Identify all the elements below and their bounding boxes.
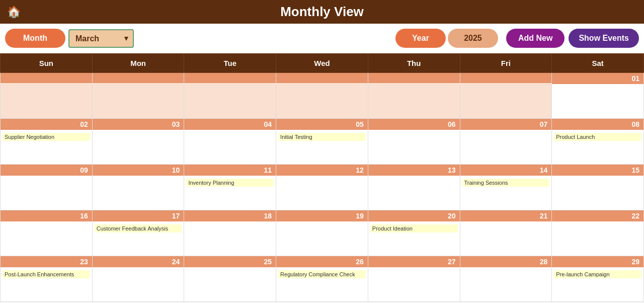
calendar-day-cell[interactable] [368, 73, 460, 119]
calendar-day-cell[interactable]: 18 [184, 210, 276, 256]
day-number: 10 [93, 165, 184, 176]
calendar-day-cell[interactable]: 28 [460, 256, 552, 302]
month-select[interactable]: JanuaryFebruaryMarchAprilMayJuneJulyAugu… [68, 29, 134, 48]
event-item[interactable]: Pre-launch Campaign [554, 270, 641, 278]
calendar-day-cell[interactable] [460, 73, 552, 119]
calendar-day-cell[interactable]: 02Supplier Negotiation [1, 119, 93, 165]
calendar-day-cell[interactable]: 04 [184, 119, 276, 165]
calendar-day-header: Sun [1, 54, 93, 73]
show-events-button[interactable]: Show Events [569, 29, 639, 48]
day-number: 29 [552, 256, 643, 267]
event-item[interactable]: Product Ideation [370, 224, 458, 233]
calendar-day-cell[interactable] [1, 73, 93, 119]
calendar-day-header: Fri [460, 54, 552, 73]
calendar-day-header: Tue [184, 54, 276, 73]
day-number: 28 [460, 256, 552, 267]
day-number: 12 [276, 165, 368, 176]
day-number: 05 [276, 119, 368, 130]
day-number: 17 [93, 210, 184, 221]
calendar-table: SunMonTueWedThuFriSat 0102Supplier Negot… [0, 53, 644, 302]
calendar-day-cell[interactable] [184, 73, 276, 119]
day-number: 16 [1, 210, 92, 221]
calendar-day-cell[interactable]: 20Product Ideation [368, 210, 460, 256]
calendar-day-cell[interactable]: 22 [552, 210, 644, 256]
calendar-day-cell[interactable]: 01 [552, 73, 644, 119]
calendar-day-cell[interactable]: 24 [92, 256, 184, 302]
day-number: 27 [368, 256, 460, 267]
event-item[interactable]: Customer Feedback Analysis [95, 224, 182, 233]
calendar-day-cell[interactable]: 14Training Sessions [460, 165, 552, 210]
event-item[interactable]: Post-Launch Enhancements [3, 270, 90, 278]
day-number: 02 [1, 119, 92, 130]
calendar-day-header: Mon [92, 54, 184, 73]
day-number: 21 [460, 210, 552, 221]
page-title: Monthly View [280, 4, 364, 20]
year-label: Year [395, 29, 446, 48]
calendar-day-cell[interactable]: 19 [276, 210, 368, 256]
day-number: 25 [184, 256, 276, 267]
day-number: 19 [276, 210, 368, 221]
day-number: 01 [552, 73, 643, 84]
event-item[interactable]: Supplier Negotiation [3, 133, 90, 141]
calendar-week-row: 02Supplier Negotiation030405Initial Test… [1, 119, 644, 165]
day-number: 23 [1, 256, 92, 267]
year-value: 2025 [448, 29, 498, 48]
day-number: 06 [368, 119, 460, 130]
calendar-week-row: 23Post-Launch Enhancements242526Regulato… [1, 256, 644, 302]
event-item[interactable]: Product Launch [554, 133, 641, 141]
calendar-week-row: 1617Customer Feedback Analysis181920Prod… [1, 210, 644, 256]
home-icon[interactable]: 🏠 [7, 6, 21, 19]
calendar-header-row: SunMonTueWedThuFriSat [1, 54, 644, 73]
month-button[interactable]: Month [5, 29, 65, 48]
calendar-day-cell[interactable]: 09 [1, 165, 93, 210]
event-item[interactable]: Inventory Planning [186, 179, 274, 187]
calendar-day-header: Thu [368, 54, 460, 73]
header: 🏠 Monthly View [0, 0, 644, 24]
calendar-week-row: 01 [1, 73, 644, 119]
day-number: 04 [184, 119, 276, 130]
day-number: 13 [368, 165, 460, 176]
app-container: 🏠 Monthly View Month JanuaryFebruaryMarc… [0, 0, 644, 302]
day-number: 20 [368, 210, 460, 221]
event-item[interactable]: Initial Testing [278, 133, 366, 141]
add-new-button[interactable]: Add New [506, 29, 565, 48]
day-number: 08 [552, 119, 643, 130]
calendar-day-cell[interactable]: 12 [276, 165, 368, 210]
toolbar: Month JanuaryFebruaryMarchAprilMayJuneJu… [0, 24, 644, 53]
calendar-day-cell[interactable] [92, 73, 184, 119]
day-number: 11 [184, 165, 276, 176]
calendar-day-cell[interactable]: 15 [552, 165, 644, 210]
event-item[interactable]: Training Sessions [462, 179, 550, 187]
calendar-day-cell[interactable]: 23Post-Launch Enhancements [1, 256, 93, 302]
day-number: 14 [460, 165, 552, 176]
calendar-day-cell[interactable]: 16 [1, 210, 93, 256]
day-number: 03 [93, 119, 184, 130]
day-number: 15 [552, 165, 643, 176]
calendar-day-cell[interactable]: 10 [92, 165, 184, 210]
calendar-day-cell[interactable]: 26Regulatory Compliance Check [276, 256, 368, 302]
calendar-day-cell[interactable]: 11Inventory Planning [184, 165, 276, 210]
calendar-day-cell[interactable]: 06 [368, 119, 460, 165]
day-number: 07 [460, 119, 552, 130]
calendar-day-header: Wed [276, 54, 368, 73]
day-number: 26 [276, 256, 368, 267]
calendar-day-cell[interactable]: 27 [368, 256, 460, 302]
day-number: 24 [93, 256, 184, 267]
calendar-day-cell[interactable]: 03 [92, 119, 184, 165]
event-item[interactable]: Regulatory Compliance Check [278, 270, 366, 278]
calendar-day-cell[interactable] [276, 73, 368, 119]
calendar-day-cell[interactable]: 05Initial Testing [276, 119, 368, 165]
calendar-week-row: 091011Inventory Planning121314Training S… [1, 165, 644, 210]
calendar-day-cell[interactable]: 17Customer Feedback Analysis [92, 210, 184, 256]
calendar-day-cell[interactable]: 21 [460, 210, 552, 256]
calendar-day-cell[interactable]: 08Product Launch [552, 119, 644, 165]
day-number: 22 [552, 210, 643, 221]
calendar-day-cell[interactable]: 07 [460, 119, 552, 165]
calendar-day-cell[interactable]: 25 [184, 256, 276, 302]
calendar-day-header: Sat [552, 54, 644, 73]
calendar-day-cell[interactable]: 29Pre-launch Campaign [552, 256, 644, 302]
day-number: 18 [184, 210, 276, 221]
month-select-wrapper: JanuaryFebruaryMarchAprilMayJuneJulyAugu… [68, 29, 130, 48]
day-number: 09 [1, 165, 92, 176]
calendar-day-cell[interactable]: 13 [368, 165, 460, 210]
